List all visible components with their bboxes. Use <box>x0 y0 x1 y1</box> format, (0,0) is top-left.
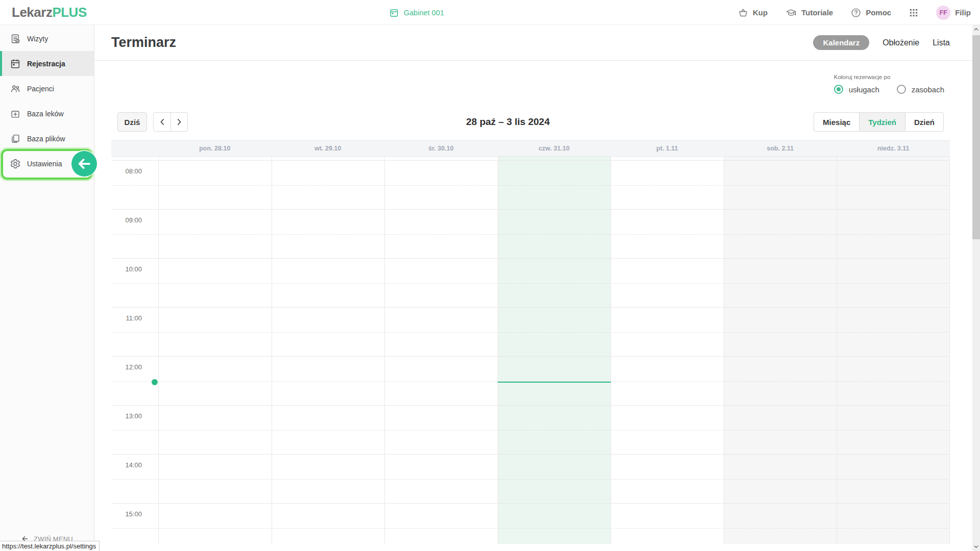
app-logo-part1: Lekarz <box>12 5 52 20</box>
gear-icon <box>10 158 21 169</box>
time-gutter <box>111 157 158 544</box>
scroll-up-button[interactable] <box>972 25 980 34</box>
scroll-thumb[interactable] <box>972 35 980 239</box>
calendar-icon <box>10 58 21 69</box>
office-label: Gabinet 001 <box>404 9 444 17</box>
patients-icon <box>10 83 21 94</box>
avatar: FF <box>936 6 950 20</box>
user-menu[interactable]: FF Filip <box>936 6 971 20</box>
sidebar-item-visits[interactable]: Wizyty <box>0 26 94 51</box>
radio-by-services[interactable] <box>834 85 843 94</box>
sidebar-item-label: Baza plików <box>27 135 65 143</box>
prev-button[interactable] <box>154 113 170 131</box>
sidebar-item-patients[interactable]: Pacjenci <box>0 76 94 101</box>
chevron-right-icon <box>174 117 184 127</box>
page-header-row: Terminarz KalendarzObłożenieLista <box>94 25 972 61</box>
header-item-buy[interactable]: Kup <box>738 7 768 18</box>
day-header-cell-wed: śr. 30.10 <box>384 141 498 156</box>
arrow-left-icon <box>77 156 92 171</box>
day-column-tue[interactable] <box>272 157 385 544</box>
color-by-options: usługachzasobach <box>834 85 944 94</box>
radio-label: usługach <box>849 85 879 94</box>
now-indicator-dot <box>152 379 158 385</box>
sidebar-item-label: Baza leków <box>27 110 64 118</box>
sidebar-item-registration[interactable]: Rejestracja <box>0 51 94 76</box>
day-column-fri[interactable] <box>610 157 724 544</box>
apps-grid-icon[interactable] <box>909 8 919 18</box>
tab-calendar[interactable]: Kalendarz <box>813 35 869 50</box>
page-title: Terminarz <box>111 35 176 51</box>
day-header-cell-sun: niedz. 3.11 <box>837 141 950 156</box>
calendar-small-icon <box>389 8 399 18</box>
header-right: KupTutorialePomoc FF Filip <box>738 0 971 25</box>
day-header-cell-sat: sob. 2.11 <box>724 141 837 156</box>
view-button-week[interactable]: Tydzień <box>859 113 905 131</box>
display-tabs: KalendarzObłożenieLista <box>813 35 950 50</box>
day-header-row: pon. 28.10wt. 29.10śr. 30.10czw. 31.10pt… <box>111 140 950 157</box>
day-header-cell-mon: pon. 28.10 <box>158 141 272 156</box>
annotation-arrow-circle <box>71 151 97 177</box>
view-button-day[interactable]: Dzień <box>905 113 943 131</box>
view-switch-group: MiesiącTydzieńDzień <box>814 112 944 132</box>
app-logo[interactable]: LekarzPLUS <box>12 5 87 20</box>
radio-option-by-resources[interactable]: zasobach <box>897 85 944 94</box>
sidebar-item-label: Wizyty <box>27 35 48 43</box>
main-content: Terminarz KalendarzObłożenieLista Koloru… <box>94 25 972 551</box>
calendar-toolbar: Dziś 28 paź – 3 lis 2024 MiesiącTydzieńD… <box>111 112 950 132</box>
header-item-tutorials[interactable]: Tutoriale <box>785 7 833 18</box>
color-by-section: Koloruj rezerwacje po usługachzasobach <box>94 74 972 94</box>
range-nav-group <box>153 112 188 132</box>
sidebar-item-label: Rejestracja <box>27 60 65 68</box>
header-nav: KupTutorialePomoc <box>738 7 891 18</box>
color-by-label: Koloruj rezerwacje po <box>834 74 944 80</box>
basket-icon <box>738 7 749 18</box>
radio-option-by-services[interactable]: usługach <box>834 85 879 94</box>
sidebar-item-settings[interactable]: Ustawienia <box>0 151 94 176</box>
now-indicator-line <box>498 382 611 383</box>
sidebar-item-label: Pacjenci <box>27 85 54 93</box>
chevron-left-icon <box>157 117 167 127</box>
sidebar-items: WizytyRejestracjaPacjenciBaza lekówBaza … <box>0 25 94 176</box>
day-column-borders <box>111 157 950 544</box>
date-range-title: 28 paź – 3 lis 2024 <box>466 116 550 128</box>
header-item-label: Kup <box>753 8 768 17</box>
day-column-thu[interactable] <box>498 157 611 544</box>
status-bar: https://test.lekarzplus.pl/settings <box>0 541 100 551</box>
sidebar-item-medicine-database[interactable]: Baza leków <box>0 101 94 126</box>
question-icon <box>850 7 862 18</box>
office-selector[interactable]: Gabinet 001 <box>389 0 444 25</box>
top-bar: LekarzPLUS Gabinet 001 KupTutorialePomoc… <box>0 0 980 25</box>
header-item-label: Pomoc <box>866 8 891 17</box>
radio-by-resources[interactable] <box>897 85 906 94</box>
time-grid: 08:0009:0010:0011:0012:0013:0014:0015:00 <box>111 157 950 544</box>
graduation-cap-icon <box>785 7 797 18</box>
day-column-sat[interactable] <box>724 157 837 544</box>
radio-label: zasobach <box>912 85 944 94</box>
day-column-mon[interactable] <box>158 157 272 544</box>
day-header-cell-fri: pt. 1.11 <box>610 141 724 156</box>
day-header-gutter <box>111 141 158 156</box>
user-name: Filip <box>955 8 971 17</box>
sidebar-item-label: Ustawienia <box>27 160 62 168</box>
header-item-help[interactable]: Pomoc <box>850 7 891 18</box>
sidebar-item-file-database[interactable]: Baza plików <box>0 126 94 151</box>
scroll-down-button[interactable] <box>972 542 980 551</box>
tab-list[interactable]: Lista <box>933 38 950 47</box>
files-icon <box>10 133 21 144</box>
next-button[interactable] <box>170 113 187 131</box>
day-header-cell-tue: wt. 29.10 <box>272 141 385 156</box>
clipboard-check-icon <box>10 33 21 44</box>
today-button[interactable]: Dziś <box>117 112 147 132</box>
day-header-cell-thu: czw. 31.10 <box>498 141 611 156</box>
sidebar: WizytyRejestracjaPacjenciBaza lekówBaza … <box>0 25 94 551</box>
scrollbar <box>972 25 980 551</box>
day-column-wed[interactable] <box>384 157 498 544</box>
status-url: https://test.lekarzplus.pl/settings <box>2 542 96 550</box>
day-column-sun[interactable] <box>837 157 950 544</box>
medicine-box-icon <box>10 108 21 119</box>
header-item-label: Tutoriale <box>801 8 833 17</box>
app-logo-part2: PLUS <box>52 5 86 20</box>
tab-occupancy[interactable]: Obłożenie <box>883 38 919 47</box>
view-button-month[interactable]: Miesiąc <box>814 113 859 131</box>
